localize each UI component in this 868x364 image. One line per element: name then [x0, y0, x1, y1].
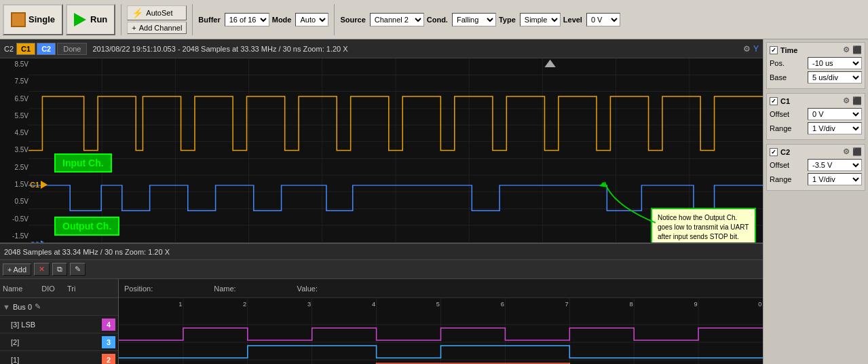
c1-offset-row: Offset 0 V — [770, 108, 862, 120]
c2-label: C2 — [780, 148, 790, 156]
annotation-arrow-svg — [598, 175, 659, 230]
mode-select[interactable]: Auto — [295, 13, 328, 26]
logic-waves: Position: Name: Value: — [119, 279, 763, 364]
toolbar-divider-2 — [192, 4, 193, 35]
svg-text:4: 4 — [372, 301, 375, 308]
add-channel-label: Add Channel — [139, 24, 183, 32]
autoset-button[interactable]: ⚡ AutoSet — [127, 5, 187, 20]
c2-section-header: ✓ C2 ⚙ ⬛ — [770, 147, 862, 156]
svg-text:6: 6 — [501, 301, 504, 308]
bus0-name: Bus 0 — [13, 303, 32, 311]
cond-select[interactable]: Falling — [452, 13, 496, 26]
time-expand-icon[interactable]: ⬛ — [852, 46, 862, 54]
time-section: ✓ Time ⚙ ⬛ Pos. -10 us Base 5 us/div — [766, 42, 865, 89]
c2-header-label: C2 — [4, 45, 14, 53]
c2-checkbox[interactable]: ✓ — [770, 148, 778, 156]
ch2-badge: 3 — [102, 336, 115, 348]
logic-wave-header: Position: Name: Value: — [119, 279, 763, 298]
time-checkbox[interactable]: ✓ — [770, 46, 778, 54]
col-tri: Tri — [67, 285, 75, 293]
base-row: Base 5 us/div — [770, 71, 862, 84]
svg-text:5: 5 — [436, 301, 440, 308]
autoset-label: AutoSet — [146, 9, 172, 17]
c1-offset-select[interactable]: 0 V — [808, 108, 862, 120]
c1-range-row: Range 1 V/div — [770, 122, 862, 134]
value-label: Value: — [297, 285, 318, 293]
list-item-ch1[interactable]: [1] 2 — [0, 351, 118, 364]
c2-section: ✓ C2 ⚙ ⬛ Offset -3.5 V Range 1 V/div — [766, 144, 865, 191]
y-label-8: 0.5V — [1, 198, 29, 205]
svg-text:0: 0 — [758, 301, 761, 308]
col-dio: DIO — [41, 285, 55, 293]
list-item-bus0[interactable]: ▼ Bus 0 ✎ — [0, 298, 118, 316]
c1-range-select[interactable]: 1 V/div — [808, 122, 862, 134]
list-item-ch2[interactable]: [2] 3 — [0, 333, 118, 351]
edit-icon: ✎ — [75, 265, 81, 274]
single-button[interactable]: Single — [3, 4, 63, 35]
ch3-name: [3] LSB — [11, 321, 35, 329]
c2-range-row: Range 1 V/div — [770, 173, 862, 185]
time-settings-icon[interactable]: ⚙ — [843, 46, 850, 54]
y-label-7: 1.5V — [1, 181, 29, 188]
y-label-3: 5.5V — [1, 113, 29, 120]
name-label: Name: — [214, 285, 235, 293]
cond-label: Cond. — [427, 16, 448, 24]
expand-icon: ▼ — [3, 303, 10, 311]
c2-expand-icon[interactable]: ⬛ — [852, 147, 862, 156]
time-label: Time — [780, 46, 797, 54]
run-button[interactable]: Run — [66, 4, 115, 35]
logic-ch-header: Name DIO Tri — [0, 279, 118, 298]
c2-settings-icon[interactable]: ⚙ — [843, 147, 850, 156]
type-select[interactable]: Simple — [520, 13, 561, 26]
c2-range-select[interactable]: 1 V/div — [808, 173, 862, 185]
right-panel: ✓ Time ⚙ ⬛ Pos. -10 us Base 5 us/div ✓ — [763, 39, 868, 364]
annotation-text: Notice how the Output Ch. goes low to tr… — [658, 214, 749, 243]
c2-badge[interactable]: C2 — [37, 43, 56, 55]
c1-checkbox[interactable]: ✓ — [770, 97, 778, 105]
settings-icon[interactable]: ⚙ — [743, 44, 751, 54]
y-label-right: Y — [753, 44, 759, 54]
cond-group: Cond. Falling — [427, 13, 496, 26]
add-channel-button[interactable]: + Add Channel — [127, 22, 187, 34]
main-toolbar: Single Run ⚡ AutoSet + Add Channel Buffe… — [0, 0, 868, 39]
base-select[interactable]: 5 us/div — [808, 71, 862, 84]
c1-arrow — [41, 181, 48, 189]
c1-marker-label: C1 — [30, 181, 39, 189]
c1-badge[interactable]: C1 — [16, 43, 35, 55]
level-select[interactable]: 0 V — [586, 13, 620, 26]
toolbar-divider-1 — [121, 4, 121, 35]
mode-label: Mode — [272, 16, 292, 24]
plus-icon-logic: + — [7, 266, 12, 274]
copy-button[interactable]: ⧉ — [52, 263, 67, 276]
run-icon — [74, 13, 86, 26]
autoset-block: ⚡ AutoSet + Add Channel — [127, 5, 187, 34]
logic-header: 2048 Samples at 33.34 MHz / 30 ns Zoom: … — [0, 244, 763, 260]
ch1-name: [1] — [11, 356, 19, 364]
done-badge: Done — [57, 43, 87, 55]
buffer-label: Buffer — [198, 16, 220, 24]
buffer-select[interactable]: 16 of 16 — [225, 13, 269, 26]
pos-label: Position: — [124, 285, 153, 293]
svg-text:1: 1 — [178, 301, 182, 308]
edit-button[interactable]: ✎ — [70, 263, 86, 276]
c1-section-header: ✓ C1 ⚙ ⬛ — [770, 96, 862, 105]
svg-text:3: 3 — [307, 301, 311, 308]
ch3-badge: 4 — [102, 318, 115, 331]
y-label-9: -0.5V — [1, 216, 29, 223]
osc-header: C2 C1 C2 Done 2013/08/22 19:51:10.053 - … — [0, 39, 763, 58]
single-label: Single — [29, 14, 55, 24]
source-select[interactable]: Channel 2 — [370, 13, 424, 26]
logic-toolbar: + Add ✕ ⧉ ✎ — [0, 260, 763, 279]
c2-offset-select[interactable]: -3.5 V — [808, 159, 862, 171]
add-button[interactable]: + Add — [3, 263, 31, 276]
list-item-ch3[interactable]: [3] LSB 4 — [0, 316, 118, 333]
pos-select[interactable]: -10 us — [808, 57, 862, 69]
c1-settings-icon[interactable]: ⚙ — [843, 96, 850, 105]
c1-expand-icon[interactable]: ⬛ — [852, 96, 862, 105]
bolt-icon: ⚡ — [132, 7, 143, 18]
delete-button[interactable]: ✕ — [34, 263, 50, 276]
y-label-0: 8.5V — [1, 61, 29, 68]
col-name: Name — [3, 285, 22, 293]
copy-icon: ⧉ — [57, 265, 62, 274]
source-group: Source Channel 2 — [340, 13, 423, 26]
